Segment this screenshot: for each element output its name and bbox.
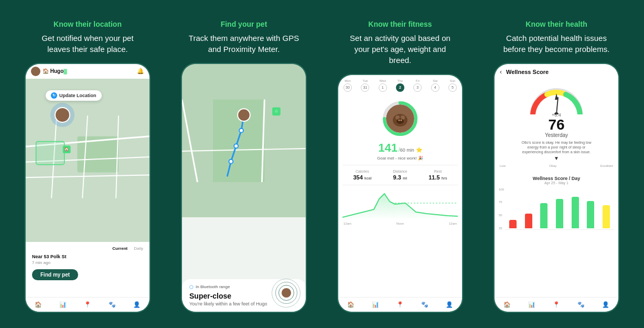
svg-text:⌂: ⌂ — [275, 108, 277, 113]
phone-2: ⌂ ⬡ In Bluetooth range Super-close You'r… — [181, 63, 307, 313]
panels-container: Know their location Get notified when yo… — [0, 0, 644, 328]
nav-paw-4[interactable]: 🐾 — [577, 301, 585, 308]
pet-avatar-small — [31, 67, 40, 76]
gauge-scale: Low Okay Excellent — [495, 162, 618, 170]
panel-3-heading: Know their fitness — [368, 20, 432, 28]
nav-stats-3[interactable]: 📊 — [372, 301, 379, 308]
svg-line-31 — [556, 98, 558, 114]
scale-low: Low — [500, 164, 506, 167]
nav-stats[interactable]: 📊 — [59, 301, 67, 308]
day-sun: Sun 5 — [448, 79, 457, 92]
fitness-top: Mon 30 Tue 31 Wed 1 Thu — [338, 75, 462, 92]
stat-distance: Distance 9.3 mi — [393, 170, 407, 181]
activity-circle-section: 141 /60 min ⭐ Goal met - nice work! 🎉 — [338, 96, 462, 165]
nav-paw[interactable]: 🐾 — [109, 301, 116, 308]
svg-point-32 — [554, 112, 559, 114]
phone-3-inner: Mon 30 Tue 31 Wed 1 Thu — [338, 75, 462, 312]
panel-3-desc: Set an activity goal based on your pet's… — [342, 33, 458, 66]
nav-home-3[interactable]: 🏠 — [347, 301, 355, 308]
panel-fitness: Know their fitness Set an activity goal … — [324, 9, 476, 319]
day-thu: Thu 2 — [396, 79, 404, 92]
nav-home[interactable]: 🏠 — [35, 301, 42, 308]
activity-ring — [382, 100, 418, 137]
svg-text:🏠: 🏠 — [64, 146, 69, 152]
update-location-button[interactable]: ↻ Update Location — [46, 90, 102, 101]
proximity-pet-avatar — [281, 288, 292, 298]
day-selector: Mon 30 Tue 31 Wed 1 Thu — [344, 79, 457, 92]
nav-profile[interactable]: 👤 — [133, 301, 141, 308]
bottom-nav-1: 🏠 📊 📍 🐾 👤 — [26, 297, 149, 312]
activity-minutes-value: 141 — [378, 141, 398, 155]
panel-1-desc: Get notified when your pet leaves their … — [30, 33, 145, 55]
bar-chart-subtitle: Apr 25 - May 1 — [499, 181, 614, 185]
stat-calories: Calories 354 kcal — [353, 170, 371, 181]
nav-location[interactable]: 📍 — [84, 301, 91, 308]
panel-4-heading: Know their health — [525, 20, 587, 28]
gps-map-svg: ⌂ — [182, 64, 306, 218]
panel-health: Know their health Catch potential health… — [480, 9, 632, 319]
settings-icon: 🔔 — [137, 68, 144, 75]
svg-point-14 — [239, 128, 243, 132]
bar-7 — [603, 205, 610, 228]
y-label-75: 75 — [499, 200, 504, 204]
day-wed: Wed 1 — [379, 79, 387, 92]
expand-arrow[interactable]: ▼ — [554, 155, 559, 161]
svg-point-17 — [238, 109, 250, 121]
svg-line-11 — [182, 99, 198, 182]
panel-find: Find your pet Track them anywhere with G… — [168, 9, 320, 319]
bluetooth-icon: ⬡ — [189, 284, 194, 290]
day-sat: Sat 4 — [431, 79, 439, 92]
y-label-50: 50 — [499, 214, 504, 217]
nav-paw-3[interactable]: 🐾 — [421, 301, 428, 308]
chart-labels: 12am Noon 12am — [342, 222, 458, 225]
nav-location-4[interactable]: 📍 — [553, 301, 560, 308]
score-value: 76 — [545, 118, 568, 132]
bars-container — [505, 188, 614, 230]
tab-daily[interactable]: Daily — [134, 246, 143, 251]
bar-col-1 — [509, 220, 517, 228]
bar-col-4 — [556, 199, 563, 228]
gauge-wrapper — [528, 83, 585, 114]
scale-okay: Okay — [549, 164, 556, 167]
svg-point-16 — [229, 159, 233, 163]
gauge-container: +8.4 76 Yesterday Otto's score is okay. … — [495, 80, 618, 173]
phone-1-inner: 🏠 Hugo ▓ 🔔 — [26, 64, 149, 312]
wellness-title: Wellness Score — [506, 69, 549, 75]
bottom-nav-3: 🏠 📊 📍 🐾 👤 — [338, 297, 462, 312]
activity-minutes-row: 141 /60 min ⭐ — [378, 141, 422, 155]
svg-point-28 — [399, 119, 400, 121]
gauge-score: +8.4 76 Yesterday — [545, 112, 568, 140]
bar-3 — [540, 203, 548, 228]
panel-2-heading: Find your pet — [221, 20, 267, 28]
day-mon: Mon 30 — [344, 79, 352, 92]
activity-goal: /60 min ⭐ — [399, 147, 422, 153]
stat-rest: Rest 11.5 hrs — [428, 170, 447, 181]
bar-chart-title: Wellness Score / Day — [499, 176, 614, 181]
pet-name: 🏠 Hugo — [42, 68, 63, 74]
bar-2 — [525, 214, 532, 228]
location-time: 7 min ago — [32, 260, 143, 265]
score-period: Yesterday — [545, 132, 568, 138]
tab-current[interactable]: Current — [112, 246, 127, 251]
proximity-visual — [272, 279, 300, 308]
bar-6 — [587, 201, 594, 228]
bluetooth-range-text: In Bluetooth range — [196, 284, 230, 289]
nav-home-4[interactable]: 🏠 — [503, 301, 511, 308]
find-pet-button[interactable]: Find my pet — [32, 269, 78, 280]
nav-profile-4[interactable]: 👤 — [602, 301, 609, 308]
bar-1 — [509, 220, 517, 228]
svg-line-6 — [26, 175, 149, 177]
bar-col-3 — [540, 203, 548, 228]
activity-chart: 12am Noon 12am — [338, 185, 462, 222]
back-button[interactable]: ‹ — [500, 68, 502, 76]
nav-profile-3[interactable]: 👤 — [446, 301, 453, 308]
svg-point-29 — [401, 119, 402, 121]
panel-2-desc: Track them anywhere with GPS and Proximi… — [186, 33, 302, 55]
phone-1: 🏠 Hugo ▓ 🔔 — [25, 63, 151, 313]
y-label-100: 100 — [499, 188, 504, 191]
nav-stats-4[interactable]: 📊 — [528, 301, 535, 308]
nav-location-3[interactable]: 📍 — [396, 301, 404, 308]
phone-4-inner: ‹ Wellness Score — [495, 64, 618, 312]
bluetooth-card: ⬡ In Bluetooth range Super-close You're … — [182, 279, 306, 312]
panel-1-heading: Know their location — [53, 20, 122, 28]
